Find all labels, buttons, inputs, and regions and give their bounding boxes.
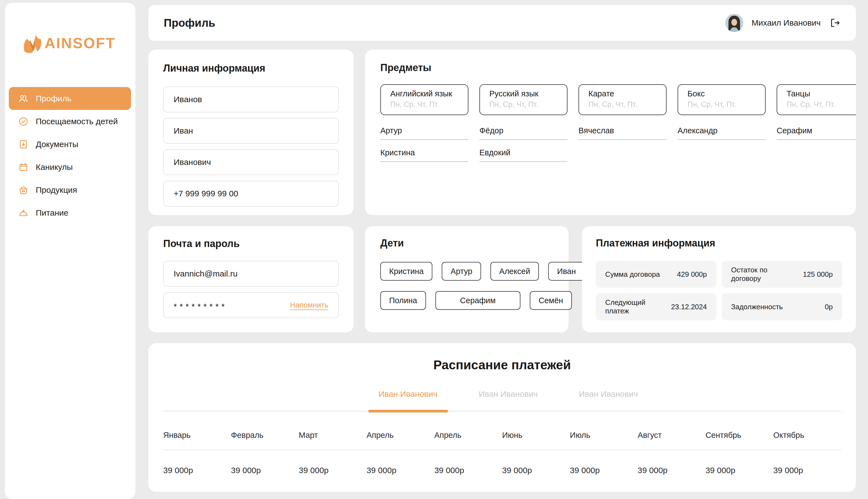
month-label: Апрель: [434, 431, 502, 440]
amount-value: 39 000р: [705, 466, 773, 475]
child-chip[interactable]: Кристина: [380, 262, 432, 281]
avatar-image: [725, 14, 743, 32]
amount-value: 39 000р: [434, 466, 502, 475]
sidebar-item-holidays[interactable]: Каникулы: [9, 156, 131, 179]
sidebar-menu: Профиль Посещаемость детей Документы Кан…: [9, 87, 131, 224]
amount-value: 39 000р: [638, 466, 705, 475]
student-name: Евдокий: [479, 148, 567, 162]
subject-students: Артур Фёдор Вячеслав Александр Серафим К…: [380, 126, 856, 162]
schedule-tabs: Иван Иванович Иван Иванович Иван Иванови…: [163, 389, 841, 399]
payment-schedule-card: Расписание платежей Иван Иванович Иван И…: [148, 343, 856, 492]
amount-value: 39 000р: [773, 466, 841, 475]
subject-russian[interactable]: Русский язык Пн, Ср, Чт, Пт.: [479, 84, 567, 115]
header-user-area: Михаил Иванович: [725, 14, 841, 32]
personal-info-card: Личная информация: [148, 50, 354, 215]
payment-schedule-title: Расписание платежей: [163, 357, 841, 372]
password-field[interactable]: ********* Напомнить: [163, 292, 339, 318]
student-name: Вячеслав: [578, 126, 667, 140]
child-chip[interactable]: Семён: [530, 291, 572, 310]
subject-english[interactable]: Английский язык Пн, Ср, Чт, Пт.: [380, 84, 468, 115]
payment-tiles: Сумма договора 429 000р Остаток по догов…: [596, 261, 842, 320]
amount-value: 39 000р: [231, 466, 299, 475]
sidebar-item-documents[interactable]: Документы: [9, 133, 131, 156]
subject-karate[interactable]: Карате Пн, Ср, Чт, Пт.: [578, 84, 667, 115]
subject-boxing[interactable]: Бокс Пн, Ср, Чт, Пт.: [678, 84, 766, 115]
month-label: Апрель: [367, 431, 434, 440]
child-chip[interactable]: Полина: [380, 291, 426, 310]
subjects-card: Предметы Английский язык Пн, Ср, Чт, Пт.…: [365, 50, 856, 215]
user-name: Михаил Иванович: [752, 18, 821, 27]
amount-value: 39 000р: [367, 466, 434, 475]
payment-info-title: Платежная информация: [596, 237, 842, 249]
amount-value: 39 000р: [163, 466, 231, 475]
food-cloche-icon: [18, 208, 29, 218]
credentials-card: Почта и пароль ********* Напомнить: [148, 226, 354, 332]
sidebar-item-label: Питание: [36, 208, 68, 218]
credentials-title: Почта и пароль: [163, 238, 339, 250]
active-tab-indicator: [368, 410, 448, 413]
student-name: Артур: [380, 126, 468, 140]
sidebar-item-food[interactable]: Питание: [9, 201, 131, 224]
month-label: Сентябрь: [705, 431, 773, 440]
amount-value: 39 000р: [570, 466, 638, 475]
subject-dances[interactable]: Танцы Пн, Ср, Чт, Пт.: [777, 84, 856, 115]
amount-value: 39 000р: [299, 466, 367, 475]
tabs-divider: [163, 411, 841, 411]
amount-value: 39 000р: [502, 466, 570, 475]
logout-button[interactable]: [829, 17, 841, 29]
avatar[interactable]: [725, 14, 743, 32]
student-name: Кристина: [380, 148, 468, 162]
logo: AINSOFT: [21, 30, 116, 56]
sidebar-item-label: Продукция: [36, 185, 77, 195]
subjects-row: Английский язык Пн, Ср, Чт, Пт. Русский …: [380, 84, 856, 115]
month-label: Март: [299, 431, 367, 440]
flame-m-logo-icon: [21, 30, 46, 56]
sidebar-item-label: Посещаемость детей: [36, 117, 118, 126]
brand-text: AINSOFT: [45, 34, 116, 51]
calendar-icon: [18, 162, 29, 172]
personal-info-title: Личная информация: [163, 62, 339, 74]
month-label: Февраль: [231, 431, 299, 440]
remind-password-link[interactable]: Напомнить: [290, 301, 328, 309]
phone-field[interactable]: [163, 181, 339, 207]
last-name-field[interactable]: [163, 86, 339, 112]
months-header-row: Январь Февраль Март Апрель Апрель Июнь И…: [163, 431, 841, 440]
first-name-field[interactable]: [163, 118, 339, 144]
month-label: Июль: [570, 431, 638, 440]
sidebar-item-label: Каникулы: [36, 162, 73, 172]
payment-tile-next-payment: Следующий платеж 23.12.2024: [596, 293, 716, 320]
child-chip[interactable]: Алексей: [490, 262, 539, 281]
password-mask: *********: [174, 299, 227, 311]
month-label: Январь: [163, 431, 231, 440]
sidebar-item-label: Документы: [36, 139, 78, 149]
document-download-icon: [18, 139, 29, 149]
month-label: Август: [638, 431, 705, 440]
check-circle-icon: [18, 116, 29, 127]
child-chip[interactable]: Серафим: [436, 291, 520, 310]
table-divider: [163, 450, 841, 450]
schedule-tab-child-1[interactable]: Иван Иванович: [378, 389, 437, 399]
payment-tile-contract-sum: Сумма договора 429 000р: [596, 261, 716, 288]
subjects-title: Предметы: [380, 62, 856, 74]
children-title: Дети: [380, 237, 553, 249]
logout-icon: [829, 17, 841, 29]
month-label: Июнь: [502, 431, 570, 440]
student-name: Александр: [678, 126, 766, 140]
amounts-row: 39 000р 39 000р 39 000р 39 000р 39 000р …: [163, 466, 841, 475]
schedule-tab-child-3[interactable]: Иван Иванович: [579, 389, 638, 399]
child-chip[interactable]: Артур: [442, 262, 481, 281]
sidebar-item-products[interactable]: Продукция: [9, 179, 131, 201]
sidebar-item-attendance[interactable]: Посещаемость детей: [9, 110, 131, 133]
schedule-tab-child-2[interactable]: Иван Иванович: [479, 389, 538, 399]
users-icon: [18, 93, 29, 104]
children-card: Дети Кристина Артур Алексей Иван Полина …: [365, 226, 569, 332]
basket-icon: [18, 185, 29, 195]
student-name: Серафим: [777, 126, 856, 140]
payment-info-card: Платежная информация Сумма договора 429 …: [582, 226, 856, 332]
middle-name-field[interactable]: [163, 149, 339, 175]
email-field[interactable]: [163, 261, 339, 287]
child-chip[interactable]: Иван: [548, 262, 584, 281]
student-name: Фёдор: [479, 126, 567, 140]
children-row: Полина Серафим Семён: [380, 291, 553, 310]
sidebar-item-profile[interactable]: Профиль: [9, 87, 131, 110]
